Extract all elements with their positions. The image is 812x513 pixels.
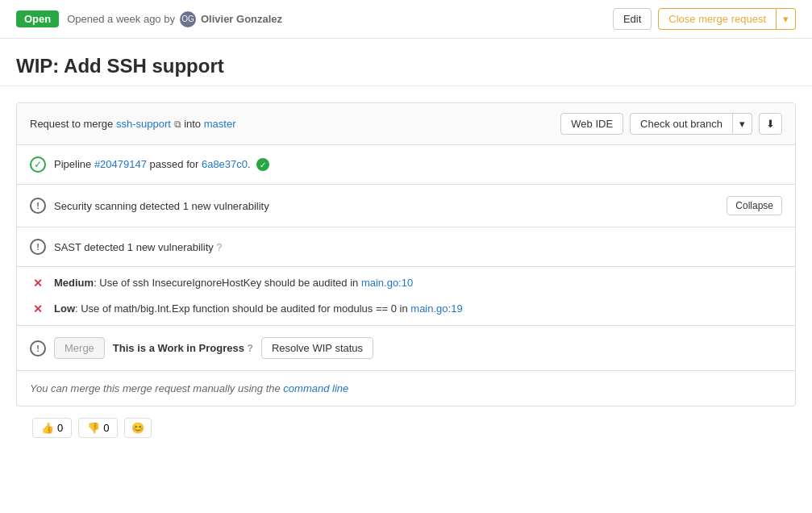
pipeline-inline-check-icon: ✓ — [256, 158, 269, 171]
sast-row: ! SAST detected 1 new vulnerability ? — [17, 227, 795, 267]
reactions-row: 👍 0 👎 0 😊 — [16, 407, 796, 449]
wip-help-icon[interactable]: ? — [248, 343, 253, 354]
thumbs-down-count: 0 — [103, 422, 109, 434]
security-scanning-row: ! Security scanning detected 1 new vulne… — [17, 185, 795, 227]
opened-info: Opened a week ago by OG Olivier Gonzalez — [67, 11, 282, 27]
vuln-row-2: ✕ Low: Use of math/big.Int.Exp function … — [17, 296, 795, 325]
page-title: WIP: Add SSH support — [0, 39, 812, 86]
thumbs-down-button[interactable]: 👎 0 — [78, 418, 118, 438]
vuln-x-icon-1: ✕ — [30, 277, 46, 290]
close-mr-caret-button[interactable]: ▾ — [777, 8, 796, 30]
status-badge: Open — [16, 10, 59, 27]
wip-text: This is a Work in Progress ? — [113, 342, 253, 354]
resolve-wip-button[interactable]: Resolve WIP status — [261, 337, 373, 359]
commit-link[interactable]: 6a8e37c0 — [202, 158, 248, 170]
web-ide-button[interactable]: Web IDE — [560, 113, 623, 135]
thumbs-up-icon: 👍 — [41, 422, 54, 434]
sast-text: SAST detected 1 new vulnerability ? — [54, 241, 782, 253]
download-button[interactable]: ⬇ — [759, 113, 782, 135]
vulnerability-rows: ✕ Medium: Use of ssh InsecureIgnoreHostK… — [17, 267, 795, 326]
pipeline-status-row: ✓ Pipeline #20479147 passed for 6a8e37c0… — [17, 145, 795, 185]
vuln-location-link-1[interactable]: main.go:10 — [361, 277, 413, 289]
vuln-x-icon-2: ✕ — [30, 302, 46, 315]
smiley-icon: 😊 — [131, 422, 144, 434]
sast-info-icon: ! — [30, 239, 46, 255]
add-reaction-button[interactable]: 😊 — [124, 418, 152, 438]
merge-info-box: Request to merge ssh-support ⧉ into mast… — [16, 102, 796, 407]
merge-info-icon: ! — [30, 340, 46, 357]
security-info-icon: ! — [30, 198, 46, 214]
pipeline-status-text: Pipeline #20479147 passed for 6a8e37c0. … — [54, 158, 782, 172]
collapse-button[interactable]: Collapse — [727, 196, 782, 215]
pipeline-id-link[interactable]: #20479147 — [94, 158, 147, 170]
main-content: Request to merge ssh-support ⧉ into mast… — [0, 86, 812, 465]
checkout-button[interactable]: Check out branch — [630, 113, 733, 135]
close-mr-group: Close merge request ▾ — [658, 8, 796, 30]
top-bar: Open Opened a week ago by OG Olivier Gon… — [0, 0, 812, 39]
thumbs-down-icon: 👎 — [87, 422, 100, 434]
merge-info-header: Request to merge ssh-support ⧉ into mast… — [17, 103, 795, 145]
close-mr-button[interactable]: Close merge request — [658, 8, 777, 30]
thumbs-up-button[interactable]: 👍 0 — [32, 418, 72, 438]
checkout-group: Check out branch ▾ — [630, 113, 752, 135]
copy-icon[interactable]: ⧉ — [174, 119, 181, 130]
target-branch-link[interactable]: master — [204, 118, 236, 130]
source-branch-link[interactable]: ssh-support — [116, 118, 171, 130]
edit-button[interactable]: Edit — [613, 8, 652, 30]
vuln-row-1: ✕ Medium: Use of ssh InsecureIgnoreHostK… — [17, 267, 795, 296]
sast-help-icon[interactable]: ? — [216, 242, 222, 253]
command-line-link[interactable]: command line — [283, 382, 348, 394]
merge-button: Merge — [54, 337, 105, 359]
command-line-row: You can merge this merge request manuall… — [17, 371, 795, 406]
avatar: OG — [180, 11, 196, 27]
vuln-text-2: Low: Use of math/big.Int.Exp function sh… — [54, 302, 782, 315]
merge-request-info: Request to merge ssh-support ⧉ into mast… — [30, 118, 556, 130]
pipeline-check-icon: ✓ — [30, 156, 46, 173]
security-scanning-text: Security scanning detected 1 new vulnera… — [54, 200, 718, 212]
top-bar-actions: Edit Close merge request ▾ — [613, 8, 796, 30]
vuln-text-1: Medium: Use of ssh InsecureIgnoreHostKey… — [54, 277, 782, 289]
merge-status-row: ! Merge This is a Work in Progress ? Res… — [17, 326, 795, 371]
thumbs-up-count: 0 — [57, 422, 63, 434]
checkout-caret-button[interactable]: ▾ — [733, 113, 752, 135]
vuln-location-link-2[interactable]: main.go:19 — [410, 302, 462, 315]
merge-info-actions: Web IDE Check out branch ▾ ⬇ — [560, 113, 782, 135]
